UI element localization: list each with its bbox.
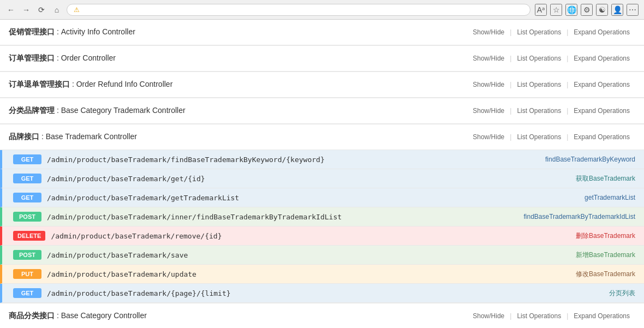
method-badge: PUT bbox=[13, 269, 41, 279]
operation-desc: findBaseTrademarkByTrademarkIdList bbox=[523, 213, 635, 220]
api-group-title-order: 订单管理接口 : Order Controller bbox=[9, 53, 467, 63]
show-hide-link-activity[interactable]: Show/Hide bbox=[467, 26, 510, 38]
favorites-icon[interactable]: ☆ bbox=[550, 4, 562, 16]
more-icon[interactable]: ⋯ bbox=[627, 4, 639, 16]
api-group-title-base-category: 商品分类接口 : Base Category Controller bbox=[9, 311, 467, 321]
api-group-base-category: 商品分类接口 : Base Category ControllerShow/Hi… bbox=[0, 303, 644, 328]
list-ops-link-trademark[interactable]: List Operations bbox=[511, 131, 567, 143]
reload-button[interactable]: ⟳ bbox=[36, 4, 47, 15]
expand-ops-link-trademark[interactable]: Expand Operations bbox=[568, 131, 635, 143]
method-badge: DELETE bbox=[13, 231, 45, 241]
api-group-order-refund: 订单退单管理接口 : Order Refund Info ControllerS… bbox=[0, 72, 644, 98]
api-group-category-trademark: 分类品牌管理 : Base Category Trademark Control… bbox=[0, 98, 644, 124]
api-operation-row[interactable]: POST/admin/product/baseTrademark/inner/f… bbox=[0, 207, 644, 226]
expand-ops-link-category-trademark[interactable]: Expand Operations bbox=[568, 105, 635, 117]
operation-desc: getTrademarkList bbox=[585, 194, 635, 201]
api-group-title-trademark: 品牌接口 : Base Trademark Controller bbox=[9, 132, 467, 142]
api-group-order: 订单管理接口 : Order ControllerShow/Hide | Lis… bbox=[0, 46, 644, 72]
api-group-header-base-category: 商品分类接口 : Base Category ControllerShow/Hi… bbox=[0, 303, 644, 328]
expand-ops-link-activity[interactable]: Expand Operations bbox=[568, 26, 635, 38]
title-chinese: 分类品牌管理 bbox=[9, 106, 55, 115]
method-badge: GET bbox=[13, 193, 41, 202]
operation-path: /admin/product/baseTrademark/{page}/{lim… bbox=[47, 289, 604, 297]
title-chinese: 促销管理接口 bbox=[9, 27, 55, 36]
method-badge: GET bbox=[13, 174, 41, 183]
api-group-header-order-refund: 订单退单管理接口 : Order Refund Info ControllerS… bbox=[0, 72, 644, 98]
list-ops-link-order[interactable]: List Operations bbox=[511, 52, 567, 64]
api-group-title-category-trademark: 分类品牌管理 : Base Category Trademark Control… bbox=[9, 106, 467, 116]
address-bar[interactable]: ⚠ bbox=[67, 4, 530, 16]
show-hide-link-base-category[interactable]: Show/Hide bbox=[467, 310, 510, 322]
api-group-actions-category-trademark: Show/Hide | List Operations | Expand Ope… bbox=[467, 105, 635, 117]
method-badge: POST bbox=[13, 250, 41, 260]
api-group-actions-activity: Show/Hide | List Operations | Expand Ope… bbox=[467, 26, 635, 38]
api-group-activity: 促销管理接口 : Activity Info ControllerShow/Hi… bbox=[0, 20, 644, 46]
bookmark-icon[interactable]: ☯ bbox=[596, 4, 608, 16]
list-ops-link-base-category[interactable]: List Operations bbox=[511, 310, 567, 322]
api-group-actions-base-category: Show/Hide | List Operations | Expand Ope… bbox=[467, 310, 635, 322]
expand-ops-link-order[interactable]: Expand Operations bbox=[568, 52, 635, 64]
browser-chrome: ← → ⟳ ⌂ ⚠ Aᵃ ☆ 🌐 ⚙ ☯ 👤 ⋯ bbox=[0, 0, 644, 20]
operation-desc: 分页列表 bbox=[609, 289, 635, 298]
forward-button[interactable]: → bbox=[21, 4, 32, 15]
api-operation-row[interactable]: GET/admin/product/baseTrademark/getTrade… bbox=[0, 188, 644, 207]
translate-icon[interactable]: Aᵃ bbox=[535, 4, 547, 16]
show-hide-link-trademark[interactable]: Show/Hide bbox=[467, 131, 510, 143]
title-english: : Base Category Trademark Controller bbox=[55, 106, 186, 115]
title-chinese: 商品分类接口 bbox=[9, 311, 55, 320]
title-english: : Base Category Controller bbox=[55, 311, 147, 320]
expand-ops-link-base-category[interactable]: Expand Operations bbox=[568, 310, 635, 322]
method-badge: POST bbox=[13, 212, 41, 222]
title-chinese: 订单退单管理接口 bbox=[9, 80, 70, 88]
expand-ops-link-order-refund[interactable]: Expand Operations bbox=[568, 79, 635, 91]
api-group-trademark: 品牌接口 : Base Trademark ControllerShow/Hid… bbox=[0, 124, 644, 303]
title-english: : Order Refund Info Controller bbox=[70, 80, 172, 88]
operation-path: /admin/product/baseTrademark/save bbox=[47, 251, 570, 259]
api-operation-row[interactable]: POST/admin/product/baseTrademark/save新增B… bbox=[0, 246, 644, 265]
api-group-header-trademark: 品牌接口 : Base Trademark ControllerShow/Hid… bbox=[0, 124, 644, 150]
method-badge: GET bbox=[13, 288, 41, 298]
api-group-header-category-trademark: 分类品牌管理 : Base Category Trademark Control… bbox=[0, 98, 644, 124]
show-hide-link-order-refund[interactable]: Show/Hide bbox=[467, 79, 510, 91]
api-group-actions-order: Show/Hide | List Operations | Expand Ope… bbox=[467, 52, 635, 64]
api-group-title-activity: 促销管理接口 : Activity Info Controller bbox=[9, 27, 467, 37]
swagger-content: 促销管理接口 : Activity Info ControllerShow/Hi… bbox=[0, 20, 644, 328]
operation-desc: 获取BaseTrademark bbox=[576, 174, 635, 183]
operation-desc: 新增BaseTrademark bbox=[576, 251, 635, 260]
api-group-title-order-refund: 订单退单管理接口 : Order Refund Info Controller bbox=[9, 80, 467, 90]
list-ops-link-order-refund[interactable]: List Operations bbox=[511, 79, 567, 91]
operation-desc: 删除BaseTrademark bbox=[576, 231, 635, 241]
api-group-actions-trademark: Show/Hide | List Operations | Expand Ope… bbox=[467, 131, 635, 143]
back-button[interactable]: ← bbox=[5, 4, 16, 15]
browser-right-icons: Aᵃ ☆ 🌐 ⚙ ☯ 👤 ⋯ bbox=[535, 4, 639, 16]
operation-path: /admin/product/baseTrademark/getTrademar… bbox=[47, 194, 579, 202]
operation-desc: 修改BaseTrademark bbox=[576, 270, 635, 279]
api-operations-trademark: GET/admin/product/baseTrademark/findBase… bbox=[0, 150, 644, 303]
show-hide-link-category-trademark[interactable]: Show/Hide bbox=[467, 105, 510, 117]
translate2-icon[interactable]: 🌐 bbox=[565, 4, 577, 16]
operation-path: /admin/product/baseTrademark/get/{id} bbox=[47, 175, 570, 183]
home-button[interactable]: ⌂ bbox=[51, 4, 62, 15]
api-operation-row[interactable]: GET/admin/product/baseTrademark/findBase… bbox=[0, 150, 644, 169]
security-icon: ⚠ bbox=[74, 6, 80, 14]
title-english: : Activity Info Controller bbox=[55, 27, 135, 36]
list-ops-link-category-trademark[interactable]: List Operations bbox=[511, 105, 567, 117]
show-hide-link-order[interactable]: Show/Hide bbox=[467, 52, 510, 64]
operation-path: /admin/product/baseTrademark/update bbox=[47, 270, 570, 278]
operation-desc: findBaseTrademarkByKeyword bbox=[545, 156, 635, 163]
api-group-header-activity: 促销管理接口 : Activity Info ControllerShow/Hi… bbox=[0, 20, 644, 45]
api-group-actions-order-refund: Show/Hide | List Operations | Expand Ope… bbox=[467, 79, 635, 91]
api-operation-row[interactable]: PUT/admin/product/baseTrademark/update修改… bbox=[0, 265, 644, 284]
list-ops-link-activity[interactable]: List Operations bbox=[511, 26, 567, 38]
title-chinese: 品牌接口 bbox=[9, 132, 39, 141]
operation-path: /admin/product/baseTrademark/remove/{id} bbox=[51, 232, 570, 240]
api-operation-row[interactable]: DELETE/admin/product/baseTrademark/remov… bbox=[0, 226, 644, 246]
settings-icon[interactable]: ⚙ bbox=[581, 4, 593, 16]
operation-path: /admin/product/baseTrademark/findBaseTra… bbox=[47, 156, 540, 164]
api-operation-row[interactable]: GET/admin/product/baseTrademark/{page}/{… bbox=[0, 284, 644, 303]
profile-icon[interactable]: 👤 bbox=[611, 4, 623, 16]
api-operation-row[interactable]: GET/admin/product/baseTrademark/get/{id}… bbox=[0, 169, 644, 188]
operation-path: /admin/product/baseTrademark/inner/findB… bbox=[47, 213, 518, 221]
api-group-header-order: 订单管理接口 : Order ControllerShow/Hide | Lis… bbox=[0, 46, 644, 71]
title-chinese: 订单管理接口 bbox=[9, 53, 55, 62]
